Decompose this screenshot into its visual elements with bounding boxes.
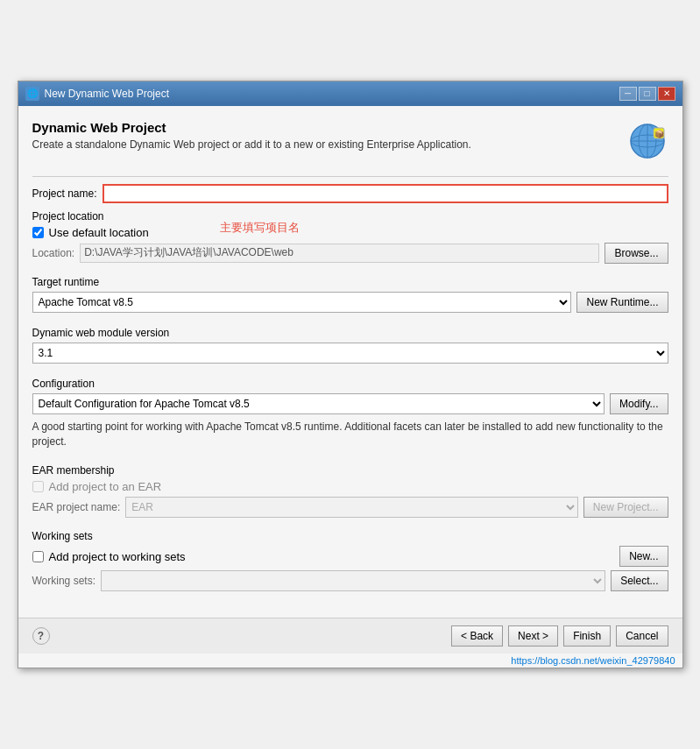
window-icon: 🌐 [25,87,39,101]
target-runtime-row: Apache Tomcat v8.5 New Runtime... [32,292,668,313]
new-project-button[interactable]: New Project... [583,497,668,518]
ear-section: EAR membership Add project to an EAR EAR… [32,464,668,521]
globe-icon: 📦 [629,123,666,159]
header-divider [32,176,668,177]
add-working-set-checkbox[interactable] [32,551,44,562]
new-working-set-button[interactable]: New... [619,546,668,567]
maximize-button[interactable]: □ [639,87,656,101]
title-bar-left: 🌐 New Dynamic Web Project [25,87,170,101]
header-icon: 📦 [626,120,668,162]
back-button[interactable]: < Back [451,625,503,647]
project-location-section: Project location Use default location Lo… [32,210,668,267]
finish-button[interactable]: Finish [563,625,611,647]
module-version-section: Dynamic web module version 3.1 [32,327,668,369]
ear-project-select: EAR [125,497,578,518]
next-button[interactable]: Next > [508,625,558,647]
working-sets-field-row: Working sets: Select... [32,570,668,591]
dialog-title: Dynamic Web Project [32,120,471,135]
config-description: A good starting point for working with A… [32,420,668,449]
target-runtime-select[interactable]: Apache Tomcat v8.5 [32,292,572,313]
working-sets-add-row: Add project to working sets New... [32,546,668,567]
main-window: 🌐 New Dynamic Web Project ─ □ ✕ Dynamic … [18,81,683,669]
title-bar: 🌐 New Dynamic Web Project ─ □ ✕ [18,81,682,106]
header-left: Dynamic Web Project Create a standalone … [32,120,471,151]
dialog-description: Create a standalone Dynamic Web project … [32,138,471,151]
working-sets-field-label: Working sets: [32,575,95,587]
location-label: Location: [32,247,75,259]
ear-project-label: EAR project name: [32,501,121,513]
configuration-row: Default Configuration for Apache Tomcat … [32,393,668,414]
cancel-button[interactable]: Cancel [616,625,668,647]
minimize-button[interactable]: ─ [619,87,637,101]
working-sets-label: Working sets [32,530,668,542]
module-version-row: 3.1 [32,343,668,364]
working-sets-select [101,570,605,591]
module-version-label: Dynamic web module version [32,327,668,339]
bottom-bar: ? < Back Next > Finish Cancel [18,618,682,654]
bottom-buttons: < Back Next > Finish Cancel [451,625,668,647]
select-working-set-button[interactable]: Select... [611,570,668,591]
configuration-label: Configuration [32,378,668,390]
window-title: New Dynamic Web Project [45,88,170,100]
configuration-section: Configuration Default Configuration for … [32,378,668,456]
add-ear-label: Add project to an EAR [49,480,162,493]
target-runtime-label: Target runtime [32,276,668,288]
dialog-content: Dynamic Web Project Create a standalone … [18,106,682,618]
location-input[interactable] [80,244,599,263]
new-runtime-button[interactable]: New Runtime... [576,292,668,313]
close-button[interactable]: ✕ [658,87,675,101]
configuration-select[interactable]: Default Configuration for Apache Tomcat … [32,393,605,414]
use-default-location-row: Use default location [32,226,668,239]
add-working-set-label: Add project to working sets [49,550,186,563]
add-ear-row: Add project to an EAR [32,480,668,493]
ear-membership-label: EAR membership [32,464,668,477]
use-default-checkbox[interactable] [32,227,44,238]
watermark: https://blog.csdn.net/weixin_42979840 [18,654,682,668]
project-location-label: Project location [32,210,668,223]
module-version-select[interactable]: 3.1 [32,343,668,364]
browse-button[interactable]: Browse... [605,243,668,264]
header-section: Dynamic Web Project Create a standalone … [32,120,668,162]
project-name-row: Project name: [32,184,668,203]
ear-project-row: EAR project name: EAR New Project... [32,497,668,518]
project-name-label: Project name: [32,187,97,200]
help-icon[interactable]: ? [32,627,50,645]
target-runtime-section: Target runtime Apache Tomcat v8.5 New Ru… [32,276,668,318]
working-sets-section: Working sets Add project to working sets… [32,530,668,595]
project-name-input[interactable] [103,184,668,203]
annotation-text: 主要填写项目名 [220,220,300,236]
use-default-label: Use default location [49,226,149,239]
title-bar-controls: ─ □ ✕ [619,87,675,101]
modify-button[interactable]: Modify... [610,393,668,414]
add-ear-checkbox[interactable] [32,481,44,492]
location-row: Location: Browse... [32,243,668,264]
svg-text:📦: 📦 [654,129,664,139]
